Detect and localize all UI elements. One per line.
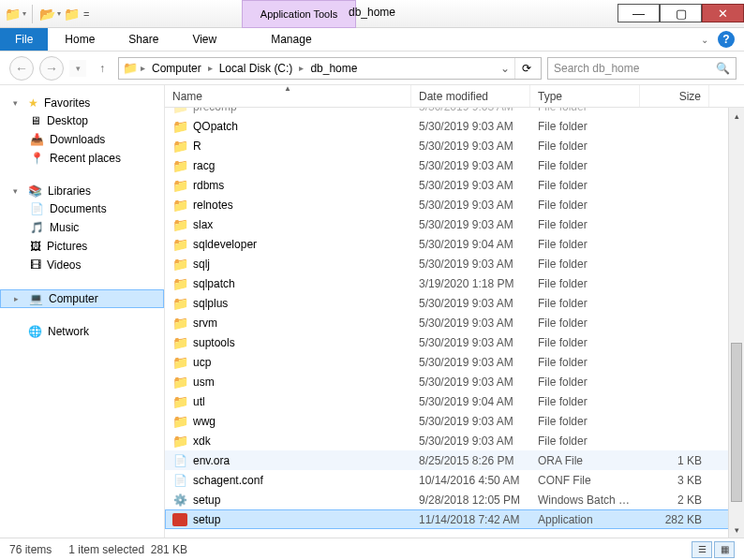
sidebar-item-desktop[interactable]: 🖥Desktop (0, 111, 164, 130)
chevron-right-icon[interactable]: ▸ (138, 63, 148, 73)
file-date: 10/14/2016 4:50 AM (411, 474, 530, 487)
application-tools-tab[interactable]: Application Tools (242, 0, 356, 28)
file-row[interactable]: ⚙️setup 9/28/2018 12:05 PM Windows Batch… (165, 490, 744, 509)
file-row[interactable]: 📁wwg 5/30/2019 9:03 AM File folder (165, 411, 744, 431)
file-row[interactable]: 📁QOpatch 5/30/2019 9:03 AM File folder (165, 116, 744, 136)
breadcrumb-computer[interactable]: Computer (148, 58, 205, 79)
overflow-icon[interactable]: = (83, 8, 89, 20)
search-icon: 🔍 (716, 62, 730, 75)
forward-button[interactable]: → (39, 56, 64, 81)
chevron-right-icon[interactable]: ▸ (296, 63, 306, 73)
sidebar-item-recent[interactable]: 📍Recent places (0, 149, 164, 168)
file-row[interactable]: 📁ucp 5/30/2019 9:03 AM File folder (165, 352, 744, 372)
file-type: File folder (530, 435, 640, 448)
back-button[interactable]: ← (9, 56, 34, 81)
qat-dropdown-icon[interactable]: ▾ (57, 9, 61, 18)
file-row[interactable]: 📁sqldeveloper 5/30/2019 9:04 AM File fol… (165, 234, 744, 254)
collapse-icon[interactable]: ▾ (13, 98, 22, 108)
home-tab[interactable]: Home (48, 28, 112, 51)
sidebar-item-pictures[interactable]: 🖼Pictures (0, 237, 164, 256)
chevron-right-icon[interactable]: ▸ (205, 63, 216, 73)
file-row[interactable]: 📁xdk 5/30/2019 9:03 AM File folder (165, 431, 744, 450)
manage-tab[interactable]: Manage (254, 28, 328, 51)
column-size[interactable]: Size (640, 85, 709, 107)
breadcrumb-drive[interactable]: Local Disk (C:) (216, 58, 297, 79)
scroll-track[interactable] (729, 124, 744, 522)
sidebar-favorites-header[interactable]: ▾ ★ Favorites (0, 95, 164, 111)
sidebar-item-computer[interactable]: ▸ 💻 Computer (0, 289, 164, 308)
scroll-thumb[interactable] (731, 343, 742, 502)
up-button[interactable]: ↑ (92, 58, 112, 79)
file-row[interactable]: 📁utl 5/30/2019 9:04 AM File folder (165, 391, 744, 411)
search-input[interactable]: Search db_home 🔍 (547, 57, 737, 80)
share-tab[interactable]: Share (112, 28, 175, 51)
file-date: 9/28/2018 12:05 PM (411, 494, 530, 507)
file-row[interactable]: 📁relnotes 5/30/2019 9:03 AM File folder (165, 195, 744, 214)
column-date[interactable]: Date modified (411, 85, 530, 107)
file-name: slax (193, 218, 213, 231)
details-view-button[interactable]: ☰ (692, 541, 712, 558)
file-row[interactable]: 📁R 5/30/2019 9:03 AM File folder (165, 136, 744, 155)
file-name: R (193, 140, 201, 153)
folder-icon[interactable]: 📁 (63, 6, 80, 22)
folder-icon: 📁 (172, 316, 187, 331)
file-row[interactable]: 📄schagent.conf 10/14/2016 4:50 AM CONF F… (165, 470, 744, 490)
file-name: sqlplus (193, 297, 228, 310)
breadcrumb-folder[interactable]: db_home (306, 58, 361, 79)
sidebar-item-videos[interactable]: 🎞Videos (0, 256, 164, 274)
file-row[interactable]: 📁rdbms 5/30/2019 9:03 AM File folder (165, 175, 744, 195)
sidebar-label: Computer (49, 292, 98, 305)
collapse-icon[interactable]: ▾ (13, 186, 22, 196)
file-name: setup (193, 513, 220, 526)
sidebar-label: Favorites (44, 96, 90, 110)
file-date: 5/30/2019 9:04 AM (411, 395, 530, 408)
file-date: 5/30/2019 9:03 AM (411, 297, 530, 310)
close-button[interactable]: ✕ (702, 4, 744, 22)
history-dropdown[interactable]: ▾ (69, 60, 86, 77)
libraries-icon: 📚 (28, 184, 42, 198)
refresh-button[interactable]: ⟳ (514, 58, 537, 79)
qat-dropdown-icon[interactable]: ▾ (22, 9, 26, 18)
sidebar-item-downloads[interactable]: 📥Downloads (0, 130, 164, 149)
maximize-button[interactable]: ▢ (660, 4, 702, 22)
file-row[interactable]: 📁usm 5/30/2019 9:03 AM File folder (165, 372, 744, 391)
file-row[interactable]: 📄env.ora 8/25/2015 8:26 PM ORA File 1 KB (165, 450, 744, 470)
minimize-button[interactable]: — (618, 4, 660, 22)
file-row[interactable]: setup 11/14/2018 7:42 AM Application 282… (165, 509, 744, 529)
file-row[interactable]: 📁precomp 5/30/2019 9:03 AM File folder (165, 108, 744, 116)
file-date: 5/30/2019 9:03 AM (411, 336, 530, 349)
file-row[interactable]: 📁racg 5/30/2019 9:03 AM File folder (165, 155, 744, 175)
file-list[interactable]: 📁precomp 5/30/2019 9:03 AM File folder 📁… (165, 108, 744, 538)
scroll-down-arrow[interactable]: ▾ (729, 522, 744, 538)
file-name: utl (193, 395, 205, 408)
column-type[interactable]: Type (530, 85, 640, 107)
file-date: 5/30/2019 9:04 AM (411, 238, 530, 251)
expand-ribbon-icon[interactable]: ⌄ (701, 35, 708, 45)
sidebar-item-network[interactable]: ▸ 🌐 Network (0, 323, 164, 340)
sidebar-item-music[interactable]: 🎵Music (0, 218, 164, 237)
file-row[interactable]: 📁sqlplus 5/30/2019 9:03 AM File folder (165, 293, 744, 313)
vertical-scrollbar[interactable]: ▴ ▾ (728, 108, 744, 538)
column-name[interactable]: ▲ Name (165, 85, 411, 107)
open-folder-icon[interactable]: 📂 (38, 6, 55, 22)
file-row[interactable]: 📁suptools 5/30/2019 9:03 AM File folder (165, 332, 744, 352)
file-row[interactable]: 📁sqlj 5/30/2019 9:03 AM File folder (165, 254, 744, 273)
sidebar-libraries-header[interactable]: ▾ 📚 Libraries (0, 183, 164, 199)
ribbon-tabs: File Home Share View Manage ⌄ ? (0, 28, 744, 52)
file-row[interactable]: 📁srvm 5/30/2019 9:03 AM File folder (165, 313, 744, 332)
address-dropdown-icon[interactable]: ⌄ (496, 58, 514, 79)
file-name: sqlpatch (193, 277, 235, 290)
address-bar[interactable]: 📁 ▸ Computer ▸ Local Disk (C:) ▸ db_home… (118, 57, 542, 80)
expand-icon[interactable]: ▸ (14, 294, 23, 303)
file-row[interactable]: 📁sqlpatch 3/19/2020 1:18 PM File folder (165, 273, 744, 293)
file-row[interactable]: 📁slax 5/30/2019 9:03 AM File folder (165, 214, 744, 234)
icons-view-button[interactable]: ▦ (714, 541, 735, 558)
help-button[interactable]: ? (718, 31, 735, 48)
folder-icon: 📁 (172, 394, 187, 409)
view-tab[interactable]: View (175, 28, 233, 51)
scroll-up-arrow[interactable]: ▴ (729, 108, 744, 124)
file-tab[interactable]: File (0, 28, 48, 51)
file-date: 5/30/2019 9:03 AM (411, 356, 530, 369)
sidebar-item-documents[interactable]: 📄Documents (0, 199, 164, 218)
file-type: File folder (530, 356, 640, 369)
